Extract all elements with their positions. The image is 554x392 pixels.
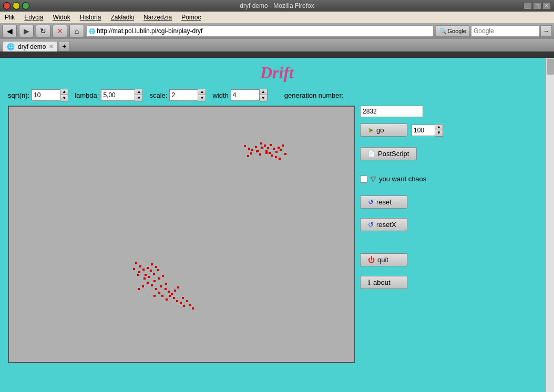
dot — [158, 277, 160, 280]
scale-input[interactable]: 2 — [169, 89, 198, 101]
resetx-icon: ↺ — [368, 221, 374, 229]
menu-narzedzia[interactable]: Narzędzia — [141, 13, 175, 22]
reload-button[interactable]: ↻ — [36, 25, 50, 37]
scrollbar-track — [546, 59, 554, 392]
sqrt-up[interactable]: ▲ — [60, 89, 68, 95]
dot — [142, 285, 144, 287]
dot — [155, 266, 157, 268]
url-bar[interactable]: 🌐 http://mat.pol.lublin.pl/cgi-bin/play-… — [86, 25, 434, 37]
tab-label: dryf demo — [18, 43, 46, 50]
win-close[interactable]: ✕ — [542, 2, 551, 9]
chaos-icon: ▽ — [371, 175, 376, 183]
win-buttons[interactable]: _ □ ✕ — [524, 2, 551, 9]
search-input[interactable] — [471, 25, 539, 37]
dot — [270, 144, 272, 146]
menu-widok[interactable]: Widok — [50, 13, 73, 22]
lambda-value: 5,00 — [103, 91, 115, 99]
lambda-up[interactable]: ▲ — [135, 89, 142, 95]
dot — [269, 152, 271, 154]
tab-dryf[interactable]: 🌐 dryf demo ✕ — [2, 41, 58, 51]
lambda-spinner: 5,00 ▲ ▼ — [101, 89, 143, 101]
dot — [135, 262, 137, 264]
controls-row: sqrt(n): 10 ▲ ▼ lambda: 5,00 ▲ ▼ — [8, 89, 546, 101]
dot — [176, 300, 178, 302]
scale-value: 2 — [171, 91, 175, 99]
scale-down[interactable]: ▼ — [198, 95, 206, 101]
menu-historia[interactable]: Historia — [77, 13, 104, 22]
menu-bar: Plik Edycja Widok Historia Zakładki Narz… — [0, 12, 554, 23]
scale-up[interactable]: ▲ — [198, 89, 206, 95]
dot — [248, 148, 250, 150]
win-restore[interactable]: □ — [533, 2, 541, 9]
forward-button[interactable]: ▶ — [19, 25, 34, 37]
width-up[interactable]: ▲ — [260, 89, 267, 95]
dot — [153, 295, 156, 297]
chaos-checkbox[interactable] — [360, 176, 367, 183]
canvas-area — [8, 106, 355, 363]
stop-button[interactable]: ✕ — [53, 25, 67, 37]
dot — [273, 148, 275, 150]
sqrt-value: 10 — [34, 91, 40, 99]
menu-zakladki[interactable]: Zakładki — [108, 13, 137, 22]
dot — [162, 275, 164, 277]
browser-chrome: dryf demo - Mozilla Firefox _ □ ✕ Plik E… — [0, 0, 554, 58]
width-value: 4 — [233, 91, 237, 99]
sqrt-input[interactable]: 10 — [32, 89, 60, 101]
dot — [133, 268, 135, 270]
tab-close-button[interactable]: ✕ — [49, 44, 53, 49]
width-group: width 4 ▲ ▼ — [212, 89, 267, 101]
postscript-button[interactable]: 📄 PostScript — [360, 147, 417, 160]
steps-btns: ▲ ▼ — [435, 124, 443, 137]
dot — [282, 145, 284, 147]
generation-input[interactable] — [360, 106, 423, 117]
quit-button[interactable]: ⏻ quit — [360, 253, 407, 266]
dot — [165, 288, 167, 290]
dot — [138, 271, 140, 273]
win-min[interactable]: _ — [524, 2, 532, 9]
reset-button[interactable]: ↺ reset — [360, 195, 407, 209]
dot — [145, 274, 147, 276]
resetx-section: ↺ resetX — [360, 218, 465, 231]
go-button[interactable]: ➤ go — [360, 123, 407, 137]
new-tab-button[interactable]: + — [59, 41, 69, 51]
scrollbar[interactable] — [546, 58, 554, 392]
width-down[interactable]: ▼ — [260, 95, 267, 101]
generation-section — [360, 106, 465, 117]
page-content: Drift sqrt(n): 10 ▲ ▼ lambda: 5,00 — [0, 58, 554, 392]
dot — [173, 297, 175, 299]
dot — [244, 145, 246, 147]
minimize-btn[interactable] — [13, 2, 20, 9]
go-row: ➤ go 100 ▲ ▼ — [360, 123, 465, 137]
lambda-input[interactable]: 5,00 — [101, 89, 135, 101]
steps-down[interactable]: ▼ — [435, 130, 443, 136]
menu-edycja[interactable]: Edycja — [22, 13, 46, 22]
search-engine-button[interactable]: 🔍 Google — [436, 25, 470, 37]
search-go-button[interactable]: → — [540, 25, 552, 37]
chaos-label: you want chaos — [379, 175, 426, 183]
close-btn[interactable] — [3, 2, 11, 9]
dot — [169, 295, 171, 297]
dot — [151, 284, 153, 286]
width-input[interactable]: 4 — [231, 89, 260, 101]
maximize-btn[interactable] — [22, 2, 29, 9]
scrollbar-thumb[interactable] — [547, 59, 554, 75]
dot — [192, 307, 194, 310]
dot — [142, 269, 145, 271]
home-button[interactable]: ⌂ — [69, 25, 84, 37]
about-label: about — [373, 278, 391, 286]
steps-up[interactable]: ▲ — [435, 125, 443, 130]
quit-section: ⏻ quit — [360, 253, 465, 266]
steps-input[interactable]: 100 — [412, 125, 435, 136]
postscript-label: PostScript — [378, 150, 409, 158]
menu-plik[interactable]: Plik — [2, 13, 17, 22]
about-button[interactable]: ℹ about — [360, 276, 407, 289]
window-controls[interactable] — [3, 2, 29, 9]
resetx-button[interactable]: ↺ resetX — [360, 218, 407, 231]
dot — [137, 274, 139, 276]
lambda-down[interactable]: ▼ — [135, 95, 142, 101]
dot — [259, 153, 261, 156]
back-button[interactable]: ◀ — [2, 25, 17, 37]
sqrt-down[interactable]: ▼ — [60, 95, 68, 101]
menu-pomoc[interactable]: Pomoc — [179, 13, 203, 22]
generation-label: generation number: — [284, 91, 344, 99]
